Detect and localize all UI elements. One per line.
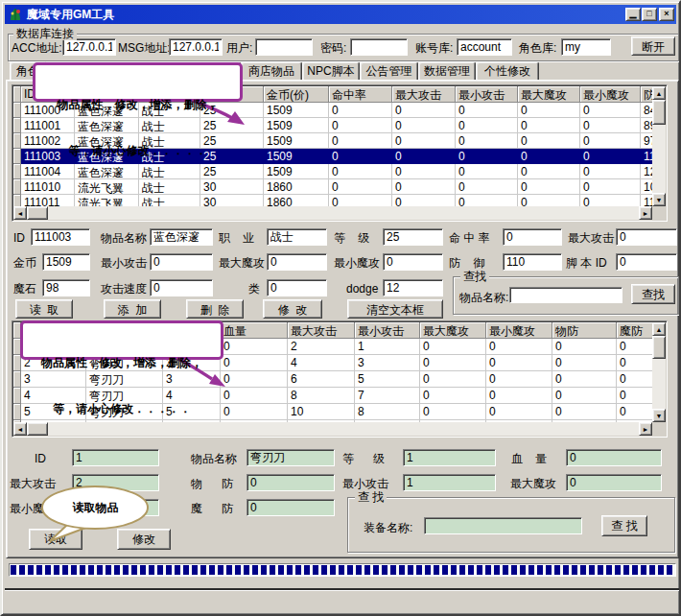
equip-hp-input[interactable] — [566, 449, 662, 466]
item-delete-button[interactable]: 删 除 — [186, 299, 244, 319]
column-header[interactable]: 命中率 — [329, 86, 392, 103]
role-db-input[interactable] — [561, 38, 611, 56]
item-gold-input[interactable] — [42, 253, 90, 271]
item-search-group-label: 查找 — [460, 270, 489, 283]
equip-level-input[interactable] — [403, 449, 496, 466]
clear-textbox-button[interactable]: 清空文本框 — [347, 299, 443, 319]
item-category-input[interactable] — [267, 279, 327, 296]
column-header[interactable]: 最大攻击 — [288, 322, 355, 339]
scroll-left-button[interactable]: ◄ — [13, 206, 27, 220]
title-bar[interactable]: 魔域专用GM工具 ▁ □ × — [5, 5, 676, 24]
maximize-button[interactable]: □ — [642, 8, 657, 21]
row-selector — [13, 179, 21, 195]
item-add-button[interactable]: 添 加 — [104, 299, 161, 319]
vscroll-thumb[interactable] — [652, 336, 666, 359]
equip-minatk-input[interactable] — [403, 474, 496, 491]
equip-id-input[interactable] — [72, 449, 159, 466]
equip-pdef-label: 物 防 — [191, 477, 233, 490]
column-header[interactable]: 最小魔攻 — [580, 86, 641, 103]
item-name-input[interactable] — [150, 228, 213, 246]
acc-address-input[interactable] — [62, 38, 116, 56]
item-maxatk-input[interactable] — [616, 228, 677, 246]
grid-row[interactable]: 111011流光飞翼战士3018600000011 — [13, 195, 652, 206]
equip-maxatk-input[interactable] — [72, 474, 159, 491]
equip-search-name-input[interactable] — [424, 517, 582, 534]
item-modify-button[interactable]: 修 改 — [263, 299, 322, 319]
column-header[interactable]: 魔防 — [617, 322, 652, 339]
scroll-up-button[interactable]: ▲ — [652, 86, 666, 100]
equip-search-button[interactable]: 查 找 — [601, 515, 647, 536]
column-header[interactable]: 血量 — [221, 322, 288, 339]
msg-address-input[interactable] — [169, 38, 223, 56]
equip-pdef-input[interactable] — [247, 474, 335, 491]
minimize-button[interactable]: ▁ — [625, 8, 641, 21]
account-db-input[interactable] — [457, 38, 512, 56]
item-minatk-input[interactable] — [150, 253, 213, 271]
tab-data-mgmt[interactable]: 数据管理 — [418, 61, 476, 81]
grid-cell: 6 — [288, 371, 355, 388]
grid-cell: 97 — [641, 133, 652, 149]
column-header[interactable]: 最小魔攻 — [486, 322, 552, 339]
equip-mdef-input[interactable] — [247, 499, 335, 516]
equip-maxmatk-input[interactable] — [566, 474, 662, 491]
grid-cell: 0 — [456, 118, 518, 133]
row-selector — [13, 133, 21, 149]
hscroll-thumb[interactable] — [27, 206, 48, 220]
column-header[interactable]: 物防 — [552, 322, 617, 339]
item-atkspeed-input[interactable] — [150, 279, 213, 296]
equip-name-input[interactable] — [247, 449, 335, 466]
tab-custom[interactable]: 个性修改 — [476, 61, 539, 81]
item-level-input[interactable] — [383, 228, 443, 246]
scroll-right-button[interactable]: ► — [639, 422, 652, 436]
item-defense-input[interactable] — [503, 253, 562, 271]
item-dodge-input[interactable] — [383, 279, 443, 296]
item-search-name-input[interactable] — [509, 287, 622, 303]
column-header[interactable]: 金币(价) — [264, 86, 329, 103]
row-selector — [13, 404, 21, 420]
grid-cell: 1509 — [264, 103, 329, 118]
scroll-up-button[interactable]: ▲ — [652, 322, 666, 336]
scroll-down-button[interactable]: ▼ — [652, 193, 666, 206]
column-header[interactable]: 最小攻击 — [456, 86, 518, 103]
item-search-button[interactable]: 查找 — [631, 284, 675, 304]
item-id-input[interactable] — [31, 228, 90, 246]
grid-cell: 0 — [617, 388, 652, 404]
msg-address-label: MSG地址: — [118, 41, 171, 55]
item-minmatk-input[interactable] — [383, 253, 443, 271]
item-grid-vscrollbar[interactable]: ▲ ▼ — [652, 86, 666, 206]
close-button[interactable]: × — [659, 8, 674, 21]
disconnect-button[interactable]: 断开 — [631, 36, 675, 56]
column-header[interactable]: 防 — [641, 86, 652, 103]
password-input[interactable] — [350, 38, 408, 56]
warning-callout-1-line1: 物品属性，修改，增添，删除， — [38, 97, 237, 112]
item-hitrate-input[interactable] — [503, 228, 562, 246]
equip-modify-button[interactable]: 修改 — [117, 529, 171, 550]
scroll-left-button[interactable]: ◄ — [13, 422, 27, 436]
tab-announce[interactable]: 公告管理 — [360, 61, 418, 81]
grid-cell: 1860 — [264, 179, 329, 195]
tab-shop-item[interactable]: 商店物品 — [241, 61, 302, 81]
column-header[interactable]: 最大魔攻 — [518, 86, 580, 103]
grid-cell: 战士 — [139, 195, 200, 206]
scroll-right-button[interactable]: ► — [639, 206, 652, 220]
item-magicstone-input[interactable] — [42, 279, 90, 296]
vscroll-thumb[interactable] — [652, 100, 666, 125]
tab-npc-script[interactable]: NPC脚本 — [302, 61, 360, 81]
column-header[interactable]: 最大攻击 — [392, 86, 456, 103]
scroll-down-icon: ▼ — [656, 197, 663, 203]
item-name-label: 物品名称 — [101, 231, 147, 245]
equip-read-button[interactable]: 读取 — [29, 529, 82, 550]
item-scriptid-input[interactable] — [616, 253, 677, 271]
grid-cell: 0 — [580, 195, 641, 206]
column-header[interactable]: 最大魔攻 — [420, 322, 486, 339]
user-input[interactable] — [255, 38, 313, 56]
item-read-button[interactable]: 读 取 — [15, 299, 73, 319]
column-header[interactable]: 最小攻击 — [355, 322, 420, 339]
grid-cell: 0 — [392, 164, 456, 179]
grid-cell: 0 — [518, 149, 580, 164]
item-job-input[interactable] — [267, 228, 327, 246]
equip-grid-vscrollbar[interactable]: ▲ ▼ — [652, 322, 666, 422]
item-maxmatk-input[interactable] — [267, 253, 327, 271]
item-grid-hscrollbar[interactable]: ◄ ► — [13, 206, 652, 220]
scroll-down-button[interactable]: ▼ — [652, 409, 666, 422]
